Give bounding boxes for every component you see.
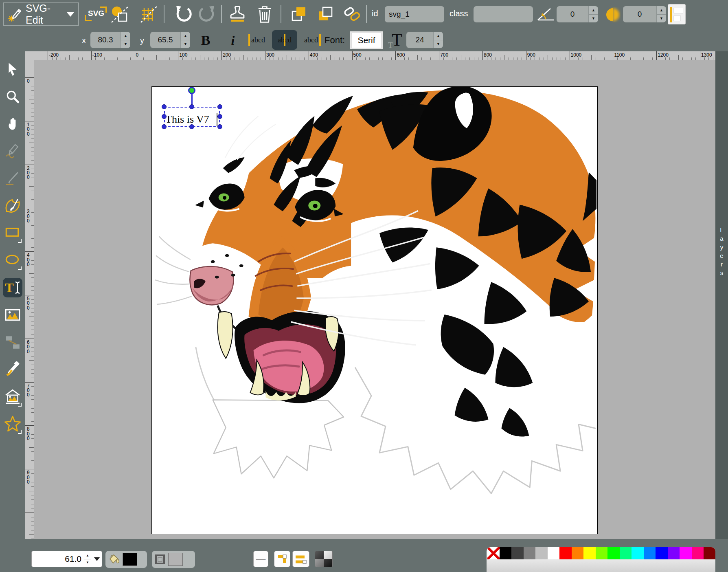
selection-handle-nw[interactable] [162,104,167,109]
tool-star[interactable] [3,414,22,434]
ellipse-icon [4,253,21,268]
palette-swatch[interactable] [644,547,656,559]
palette-swatch[interactable] [632,547,644,559]
italic-button[interactable]: i [225,31,241,50]
palette-swatch[interactable] [559,547,572,559]
angle-input[interactable] [557,6,588,22]
spinner-up-icon[interactable]: ▲ [181,32,190,40]
tool-path[interactable] [3,196,22,216]
move-to-front-button[interactable] [290,5,309,25]
palette-swatch[interactable] [511,547,524,559]
y-coordinate-input[interactable] [150,32,180,48]
eyedropper-icon [4,361,21,378]
selection-handle-w[interactable] [162,114,167,119]
palette-swatch[interactable] [500,547,512,559]
stroke-linecap-button[interactable] [292,551,309,567]
stroke-color-control[interactable] [152,551,195,568]
font-family-button[interactable]: Serif [351,33,382,48]
h-ruler-label: 900 [527,52,535,58]
selection-handle-se[interactable] [217,124,222,129]
text-anchor-start-button[interactable]: abcd [248,30,269,50]
spinner-up-icon[interactable]: ▲ [121,32,130,40]
palette-swatch[interactable] [572,547,584,559]
bold-button[interactable]: B [197,31,214,50]
palette-swatch[interactable] [656,547,668,559]
h-ruler-label: 400 [310,52,318,58]
spinner-down-icon[interactable]: ▼ [84,559,91,566]
palette-swatch[interactable] [704,547,715,559]
palette-swatch[interactable] [524,547,536,559]
flyout-corner-icon [18,266,22,270]
spinner-down-icon[interactable]: ▼ [121,40,130,48]
align-panel-button[interactable] [668,4,686,24]
tool-eyedropper[interactable] [3,360,22,379]
spinner-up-icon[interactable]: ▲ [84,552,91,559]
palette-swatch[interactable] [620,547,632,559]
stroke-dash-button[interactable]: — [253,551,268,567]
make-link-button[interactable] [342,5,362,25]
selection-handle-n[interactable] [189,104,194,109]
image-icon [4,307,21,323]
zoom-control[interactable]: 61.0 ▲ ▼ [31,551,102,567]
tool-text[interactable]: T [3,278,22,297]
selection-handle-sw[interactable] [162,124,167,129]
tool-line[interactable] [3,169,22,188]
main-menu-button[interactable]: SVG-Edit [3,2,79,26]
spinner-down-icon[interactable]: ▼ [181,40,190,48]
tool-connector[interactable] [3,332,22,352]
fill-color-control[interactable] [105,551,147,568]
undo-button[interactable] [174,5,193,25]
text-anchor-end-button[interactable]: abcd [300,30,322,50]
clone-button[interactable] [227,4,248,26]
tool-select[interactable] [3,59,22,79]
selection-handle-s[interactable] [189,124,194,129]
x-coordinate-input[interactable] [90,32,121,48]
fill-color-swatch[interactable] [123,553,137,566]
font-size-input[interactable] [406,32,433,48]
palette-swatch[interactable] [692,547,704,559]
align-bar-icon [670,7,672,22]
tool-rectangle[interactable] [3,223,22,243]
selection-handle-ne[interactable] [217,104,222,109]
tool-ellipse[interactable] [3,251,22,270]
palette-swatch[interactable] [596,547,608,559]
spinner-up-icon[interactable]: ▲ [657,6,666,15]
palette-swatch[interactable] [583,547,596,559]
move-to-back-button[interactable] [316,5,335,25]
palette-swatch[interactable] [535,547,548,559]
element-id-input[interactable] [385,6,444,22]
spinner-down-icon[interactable]: ▼ [657,15,666,23]
blur-input[interactable] [623,6,656,22]
palette-swatch[interactable] [668,547,680,559]
layers-panel-toggle[interactable]: Layers [715,51,728,539]
stroke-color-swatch[interactable] [168,553,183,566]
tool-pan[interactable] [3,114,22,134]
trash-icon [255,4,274,24]
rotate-grip[interactable] [188,87,195,94]
redo-button[interactable] [198,5,217,25]
spinner-down-icon[interactable]: ▼ [434,40,443,48]
wireframe-grid-button[interactable] [139,5,159,25]
spinner-down-icon[interactable]: ▼ [589,15,598,23]
tool-zoom[interactable] [3,87,22,106]
source-editor-button[interactable]: SVG [85,6,107,23]
image-tool-button[interactable] [111,5,131,25]
spinner-up-icon[interactable]: ▲ [589,6,598,15]
tool-image[interactable] [3,305,22,325]
element-class-input[interactable] [474,6,533,22]
palette-swatch[interactable] [548,547,560,559]
palette-swatch[interactable] [680,547,692,559]
anchor-end-bar-icon [319,34,321,46]
spinner-up-icon[interactable]: ▲ [434,32,443,40]
selection-handle-e[interactable] [217,114,222,119]
palette-swatch-none[interactable] [487,547,500,559]
h-ruler-label: 1000 [571,52,582,58]
tool-pencil[interactable] [3,141,22,161]
svg-canvas[interactable] [151,86,598,534]
stroke-linejoin-button[interactable] [274,551,290,567]
text-anchor-middle-button[interactable]: abcd [272,30,297,50]
tool-shape-library[interactable] [3,387,22,407]
palette-swatch[interactable] [607,547,620,559]
delete-button[interactable] [255,4,274,26]
zoom-dropdown-button[interactable] [91,557,102,561]
